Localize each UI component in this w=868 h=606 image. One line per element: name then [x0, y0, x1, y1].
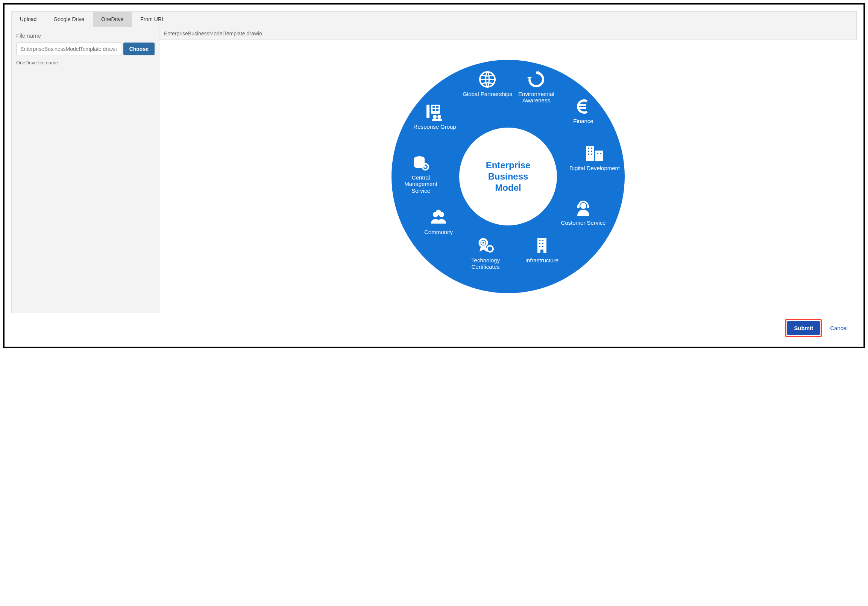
svg-rect-33	[432, 106, 435, 108]
certificate-gear-icon	[476, 237, 494, 255]
svg-rect-13	[587, 205, 589, 208]
svg-rect-2	[595, 151, 603, 161]
segment-customer-service: Customer Service	[557, 199, 610, 226]
dialog-frame: Upload Google Drive OneDrive From URL Fi…	[3, 3, 865, 348]
segment-label: Customer Service	[561, 219, 606, 226]
svg-rect-1	[586, 146, 594, 161]
tab-from-url[interactable]: From URL	[132, 12, 174, 27]
recycle-icon	[527, 70, 545, 89]
svg-rect-5	[588, 151, 589, 152]
segment-community: Community	[412, 208, 465, 235]
right-panel: EnterpriseBusinessModelTemplate.drawio E…	[160, 27, 857, 313]
euro-icon	[574, 98, 592, 115]
svg-rect-12	[577, 205, 580, 208]
svg-rect-10	[600, 153, 601, 154]
preview-filename-strip: EnterpriseBusinessModelTemplate.drawio	[160, 27, 857, 40]
diagram-center: Enterprise Business Model	[459, 127, 557, 225]
segment-digital-development: Digital Development	[568, 145, 621, 171]
segment-label: Response Group	[413, 123, 456, 130]
segment-label: Community	[424, 229, 453, 235]
center-line-1: Enterprise	[486, 160, 531, 170]
svg-point-27	[436, 210, 441, 215]
center-line-2: Business	[488, 171, 529, 182]
svg-point-37	[433, 115, 437, 118]
globe-icon	[478, 70, 496, 89]
svg-rect-7	[588, 154, 589, 155]
segment-response-group: Response Group	[408, 103, 461, 130]
segment-label: Central Management Service	[395, 174, 447, 194]
segment-environmental-awareness: Environmental Awareness	[510, 70, 563, 104]
segment-label: Environmental Awareness	[510, 91, 563, 104]
people-icon	[429, 208, 448, 227]
svg-rect-15	[539, 240, 541, 241]
svg-rect-6	[591, 151, 592, 152]
svg-rect-19	[539, 246, 541, 247]
segment-label: Finance	[573, 118, 593, 124]
svg-point-30	[424, 166, 426, 168]
svg-rect-34	[436, 106, 439, 108]
svg-rect-8	[591, 154, 592, 155]
svg-rect-18	[542, 243, 543, 244]
center-line-3: Model	[495, 183, 521, 193]
dialog-footer: Submit Cancel	[11, 313, 857, 340]
filename-helper-text: OneDrive file name	[16, 60, 155, 65]
submit-highlight: Submit	[785, 319, 822, 337]
tab-upload[interactable]: Upload	[12, 12, 45, 27]
tab-onedrive[interactable]: OneDrive	[93, 12, 132, 27]
svg-rect-9	[597, 153, 598, 154]
segment-label: Infrastructure	[525, 257, 558, 264]
svg-rect-21	[541, 250, 543, 253]
filename-row: Choose	[16, 42, 155, 55]
left-panel: File name Choose OneDrive file name	[11, 27, 160, 313]
segment-infrastructure: Infrastructure	[516, 237, 568, 264]
phone-people-icon	[425, 103, 445, 121]
choose-button[interactable]: Choose	[123, 42, 155, 55]
enterprise-business-model-diagram: Enterprise Business Model Global Partner…	[392, 60, 625, 293]
svg-point-38	[437, 115, 441, 118]
segment-label: Global Partnerships	[463, 91, 512, 97]
file-name-label: File name	[16, 33, 155, 39]
segment-label: Digital Development	[569, 165, 620, 171]
svg-point-22	[479, 239, 487, 247]
svg-rect-35	[432, 109, 435, 111]
svg-rect-31	[426, 105, 429, 118]
diagram-preview: Enterprise Business Model Global Partner…	[160, 40, 857, 313]
headset-person-icon	[574, 199, 592, 217]
segment-finance: Finance	[557, 98, 610, 124]
submit-button[interactable]: Submit	[787, 321, 820, 335]
segment-central-management-service: Central Management Service	[395, 154, 447, 194]
content-row: File name Choose OneDrive file name Ente…	[11, 27, 857, 313]
segment-label: Technology Certificates	[459, 257, 512, 270]
svg-rect-16	[542, 240, 543, 241]
segment-technology-certificates: Technology Certificates	[459, 237, 512, 270]
svg-rect-17	[539, 243, 541, 244]
svg-rect-32	[431, 105, 440, 113]
svg-rect-3	[588, 148, 589, 149]
svg-point-11	[580, 203, 586, 209]
svg-rect-4	[591, 148, 592, 149]
database-gear-icon	[412, 154, 430, 172]
buildings-icon	[585, 145, 604, 163]
svg-rect-36	[436, 109, 439, 111]
filename-input[interactable]	[16, 42, 121, 55]
import-source-tabs: Upload Google Drive OneDrive From URL	[11, 11, 857, 27]
cancel-link[interactable]: Cancel	[830, 325, 848, 331]
tab-google-drive[interactable]: Google Drive	[45, 12, 93, 27]
svg-rect-20	[542, 246, 543, 247]
segment-global-partnerships: Global Partnerships	[461, 70, 514, 97]
diagram-center-title: Enterprise Business Model	[486, 160, 531, 193]
svg-point-23	[482, 241, 485, 244]
building-icon	[533, 237, 551, 255]
